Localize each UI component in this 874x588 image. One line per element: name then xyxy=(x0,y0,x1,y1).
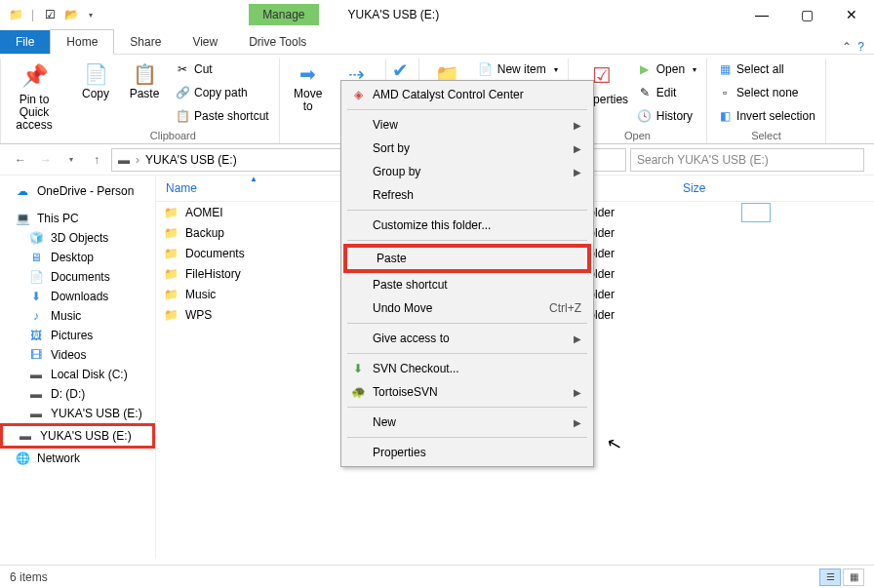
file-tab[interactable]: File xyxy=(0,30,50,54)
drive-c-icon: ▬ xyxy=(27,368,45,381)
pc-icon: 💻 xyxy=(14,212,31,225)
context-menu: ◈AMD Catalyst Control Center View▶ Sort … xyxy=(340,80,594,467)
qat-open-icon[interactable]: 📂 xyxy=(63,7,79,22)
address-text: YUKA'S USB (E:) xyxy=(145,153,237,167)
folder-icon: 📁 xyxy=(164,247,181,260)
contextual-tab-manage[interactable]: Manage xyxy=(249,4,318,25)
sidebar-item-d-drive[interactable]: ▬D: (D:) xyxy=(0,384,155,404)
sidebar-item-desktop[interactable]: 🖥Desktop xyxy=(0,248,155,267)
sidebar-item-pictures[interactable]: 🖼Pictures xyxy=(0,326,155,345)
ctx-view[interactable]: View▶ xyxy=(343,113,591,137)
ctx-customize[interactable]: Customize this folder... xyxy=(343,214,591,237)
drive-tools-tab[interactable]: Drive Tools xyxy=(233,30,322,54)
paste-shortcut-icon: 📋 xyxy=(175,109,190,123)
copy-path-button[interactable]: 🔗Copy path xyxy=(171,82,273,103)
close-button[interactable]: ✕ xyxy=(829,0,874,29)
minimize-button[interactable]: — xyxy=(739,0,784,29)
sidebar-item-videos[interactable]: 🎞Videos xyxy=(0,345,155,365)
select-group-label: Select xyxy=(751,130,781,143)
copy-path-icon: 🔗 xyxy=(175,86,190,99)
documents-icon: 📄 xyxy=(27,270,45,284)
focus-rect xyxy=(741,203,771,222)
up-button[interactable]: ↑ xyxy=(86,149,107,171)
sidebar-item-network[interactable]: 🌐Network xyxy=(0,449,155,468)
ctx-properties[interactable]: Properties xyxy=(343,441,591,464)
select-all-button[interactable]: ▦Select all xyxy=(713,59,819,80)
onedrive-icon: ☁ xyxy=(14,184,31,198)
sidebar-item-documents[interactable]: 📄Documents xyxy=(0,267,155,287)
file-name: WPS xyxy=(181,308,347,322)
edit-button[interactable]: ✎Edit xyxy=(633,82,700,103)
details-view-button[interactable]: ☰ xyxy=(819,568,841,586)
sidebar-item-downloads[interactable]: ⬇Downloads xyxy=(0,287,155,306)
move-to-button[interactable]: ➡ Move to xyxy=(286,59,331,115)
maximize-button[interactable]: ▢ xyxy=(784,0,829,29)
invert-icon: ◧ xyxy=(717,109,733,123)
file-name: Music xyxy=(181,288,347,301)
file-name: Documents xyxy=(181,247,347,260)
copy-button[interactable]: 📄 Copy xyxy=(73,59,118,102)
ctx-tortoise[interactable]: 🐢TortoiseSVN▶ xyxy=(343,380,591,404)
sidebar-item-music[interactable]: ♪Music xyxy=(0,306,155,326)
sidebar-item-usb1[interactable]: ▬YUKA'S USB (E:) xyxy=(0,404,155,423)
view-tab[interactable]: View xyxy=(177,30,233,54)
tiles-view-button[interactable]: ▦ xyxy=(843,568,864,586)
sidebar-item-3dobjects[interactable]: 🧊3D Objects xyxy=(0,228,155,248)
search-box[interactable]: Search YUKA'S USB (E:) xyxy=(630,148,864,172)
ctx-paste-shortcut[interactable]: Paste shortcut xyxy=(343,273,591,296)
ctx-amd[interactable]: ◈AMD Catalyst Control Center xyxy=(343,83,591,106)
invert-selection-button[interactable]: ◧Invert selection xyxy=(713,105,819,127)
pictures-icon: 🖼 xyxy=(27,329,45,342)
ctx-give-access[interactable]: Give access to▶ xyxy=(343,327,591,350)
videos-icon: 🎞 xyxy=(27,348,45,362)
sidebar-item-thispc[interactable]: 💻This PC xyxy=(0,209,155,228)
folder-icon: 📁 xyxy=(164,206,181,219)
file-name: FileHistory xyxy=(181,267,347,281)
sidebar-item-localdisk[interactable]: ▬Local Disk (C:) xyxy=(0,365,155,384)
recent-dropdown[interactable]: ▾ xyxy=(60,149,82,171)
3d-icon: 🧊 xyxy=(27,231,45,245)
status-item-count: 6 items xyxy=(10,570,48,584)
qat-dropdown[interactable]: ▾ xyxy=(89,11,93,20)
history-button[interactable]: 🕓History xyxy=(633,105,700,127)
ctx-paste[interactable]: Paste xyxy=(347,248,587,269)
ctx-new[interactable]: New▶ xyxy=(343,411,591,434)
ctx-refresh[interactable]: Refresh xyxy=(343,183,591,207)
window-title: YUKA'S USB (E:) xyxy=(348,8,440,21)
edit-icon: ✎ xyxy=(637,86,653,99)
column-size[interactable]: Size xyxy=(673,176,780,201)
usb-icon: ▬ xyxy=(27,407,45,420)
ribbon-collapse-icon[interactable]: ⌃ xyxy=(842,40,852,54)
select-none-button[interactable]: ▫Select none xyxy=(713,82,819,103)
new-item-button[interactable]: 📄New item▾ xyxy=(474,59,562,80)
ctx-group[interactable]: Group by▶ xyxy=(343,160,591,183)
ctx-svn-checkout[interactable]: ⬇SVN Checkout... xyxy=(343,357,591,380)
cut-button[interactable]: ✂Cut xyxy=(171,59,273,80)
tortoise-icon: 🐢 xyxy=(349,385,367,399)
paste-shortcut-button[interactable]: 📋Paste shortcut xyxy=(171,105,273,127)
back-button[interactable]: ← xyxy=(10,149,31,171)
open-button[interactable]: ▶Open▾ xyxy=(633,59,700,80)
help-icon[interactable]: ? xyxy=(857,40,864,54)
ctx-sort[interactable]: Sort by▶ xyxy=(343,137,591,160)
sidebar-item-usb2[interactable]: ▬YUKA'S USB (E:) xyxy=(0,423,155,449)
move-icon: ➡ xyxy=(295,60,322,88)
qat-properties-icon[interactable]: ☑ xyxy=(42,7,58,22)
forward-button[interactable]: → xyxy=(35,149,57,171)
share-tab[interactable]: Share xyxy=(114,30,177,54)
pin-to-quick-access-button[interactable]: 📌 Pin to Quick access xyxy=(7,59,61,135)
file-name: Backup xyxy=(181,226,347,240)
cut-icon: ✂ xyxy=(175,62,190,76)
column-name[interactable]: ▲Name xyxy=(156,176,351,201)
navigation-pane[interactable]: ☁OneDrive - Person 💻This PC 🧊3D Objects … xyxy=(0,176,156,559)
copy-icon: 📄 xyxy=(82,60,109,88)
folder-icon: 📁 xyxy=(164,288,181,301)
select-none-icon: ▫ xyxy=(717,86,733,99)
sidebar-item-onedrive[interactable]: ☁OneDrive - Person xyxy=(0,181,155,201)
paste-button[interactable]: 📋 Paste xyxy=(122,59,167,102)
usb-icon: ▬ xyxy=(17,429,34,443)
new-item-icon: 📄 xyxy=(478,62,494,76)
home-tab[interactable]: Home xyxy=(50,29,114,55)
ctx-undo[interactable]: Undo MoveCtrl+Z xyxy=(343,296,591,320)
open-group-label: Open xyxy=(624,130,651,143)
